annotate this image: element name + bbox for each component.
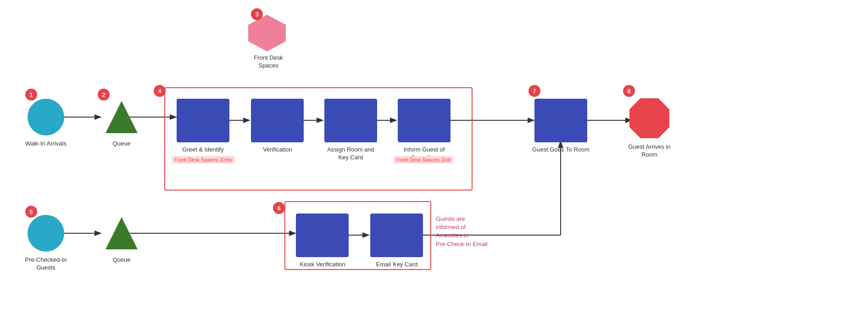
inform-guest-rect[interactable] [398, 99, 451, 142]
badge-1: 1 [25, 89, 37, 101]
guest-arrives-label: Guest Arrives inRoom [623, 143, 676, 159]
front-desk-spaces-label: Front Desk Spaces [243, 54, 294, 70]
guest-goes-to-room-rect[interactable] [534, 99, 587, 142]
svg-marker-14 [629, 98, 669, 138]
email-key-card-label: Email Key Card [367, 261, 427, 269]
kiosk-verification-label: Kiosk Verification [293, 261, 352, 269]
svg-marker-12 [106, 101, 138, 133]
svg-marker-15 [106, 217, 138, 249]
greet-identify-label: Greet & Identify [174, 146, 232, 154]
svg-marker-13 [248, 15, 286, 51]
badge-3: 3 [251, 8, 263, 20]
pre-checked-in-label: Pre-Checked-InGuests [16, 256, 76, 272]
badge-7: 7 [529, 85, 540, 97]
queue-triangle-top [103, 99, 140, 137]
queue-top-label: Queue [101, 140, 142, 148]
badge-4: 4 [154, 85, 166, 97]
verification-rect[interactable] [251, 99, 304, 142]
canvas: 1 Walk-In Arrivals 2 Queue 3 Front Desk … [0, 0, 868, 326]
front-desk-exit-tag: Front Desk Spaces: Exit [394, 156, 453, 163]
verification-label: Verification [248, 146, 307, 154]
badge-6: 6 [273, 202, 285, 214]
kiosk-verification-rect[interactable] [296, 214, 349, 257]
email-key-card-rect[interactable] [370, 214, 423, 257]
annotation-text: Guests areinformed ofAmenities inPre-Che… [436, 215, 488, 248]
badge-2: 2 [98, 89, 110, 101]
front-desk-spaces-hexagon [245, 13, 289, 53]
front-desk-entry-tag: Front Desk Spaces: Entry [172, 156, 235, 163]
queue-triangle-bottom [103, 215, 140, 253]
guest-arrives-octagon [628, 96, 671, 140]
badge-5: 5 [25, 206, 37, 218]
walk-in-arrivals-circle [28, 99, 64, 135]
guest-goes-to-room-label: Guest Goes To Room [530, 146, 592, 154]
queue-bottom-label: Queue [101, 256, 142, 264]
pre-checked-in-circle [28, 215, 64, 252]
badge-8: 8 [623, 85, 635, 97]
assign-room-label: Assign Room andKey Card [320, 146, 381, 162]
assign-room-rect[interactable] [324, 99, 377, 142]
greet-identify-rect[interactable] [177, 99, 229, 142]
walk-in-arrivals-label: Walk-In Arrivals [16, 140, 76, 148]
